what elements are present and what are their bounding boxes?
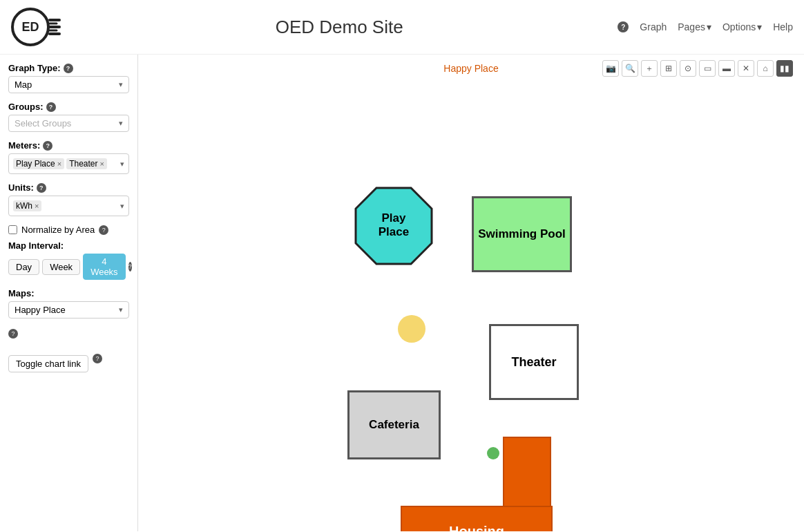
interval-help-icon[interactable]: ?: [128, 262, 132, 272]
toggle-row: Toggle chart link ?: [8, 344, 129, 372]
toolbar-plus[interactable]: ＋: [641, 60, 658, 77]
meters-label: Meters: ?: [8, 140, 129, 151]
svg-text:Play: Play: [382, 211, 407, 225]
toggle-help-icon[interactable]: ?: [93, 354, 102, 363]
meters-arrow[interactable]: ▾: [120, 160, 124, 169]
maps-label: Maps:: [8, 288, 129, 298]
map-title: Happy Place: [443, 63, 498, 74]
groups-arrow: ▾: [119, 119, 123, 128]
meters-help-icon[interactable]: ?: [43, 141, 52, 151]
svg-text:ED: ED: [21, 20, 39, 34]
map-toolbar: 📷 🔍 ＋ ⊞ ⊙ ▭ ▬ ✕ ⌂ ▮▮: [602, 60, 793, 77]
green-circle: [487, 447, 499, 459]
groups-select[interactable]: Select Groups ▾: [8, 115, 129, 132]
meter-tag-theater: Theater ×: [66, 158, 107, 169]
maps-help-icon[interactable]: ?: [8, 329, 18, 339]
maps-arrow: ▾: [119, 305, 123, 314]
meter-tag-play-place: Play Place ×: [13, 158, 64, 169]
graph-type-help-icon[interactable]: ?: [64, 64, 73, 73]
toolbar-rect2[interactable]: ▬: [718, 60, 735, 77]
graph-type-label: Graph Type: ?: [8, 63, 129, 73]
nav-pages[interactable]: Pages ▾: [678, 21, 711, 32]
normalize-help-icon[interactable]: ?: [99, 225, 108, 235]
nav-options[interactable]: Options ▾: [722, 21, 762, 32]
toolbar-lasso[interactable]: ⊙: [680, 60, 696, 77]
nav-links: ? Graph Pages ▾ Options ▾ Help: [618, 21, 793, 32]
meter-tag-play-place-close[interactable]: ×: [57, 160, 61, 168]
interval-4weeks[interactable]: 4 Weeks: [83, 254, 126, 280]
svg-text:Place: Place: [379, 225, 409, 238]
yellow-circle: [398, 315, 425, 343]
map-area: 📷 🔍 ＋ ⊞ ⊙ ▭ ▬ ✕ ⌂ ▮▮ Happy Place Play Pl…: [138, 55, 804, 531]
main-layout: Graph Type: ? Map ▾ Groups: ? Select Gro…: [0, 55, 804, 531]
toolbar-close[interactable]: ✕: [738, 60, 754, 77]
unit-tag-kwh-close[interactable]: ×: [35, 202, 39, 210]
map-canvas: Play Place Swimming Pool Theater Cafeter…: [138, 55, 804, 531]
logo: ED: [11, 6, 61, 48]
units-help-icon[interactable]: ?: [37, 183, 46, 193]
nav-help[interactable]: Help: [773, 21, 793, 32]
unit-tag-kwh: kWh ×: [13, 200, 41, 211]
toolbar-grid[interactable]: ⊞: [660, 60, 677, 77]
units-arrow[interactable]: ▾: [120, 202, 124, 211]
nav-graph[interactable]: Graph: [640, 21, 667, 32]
cafeteria[interactable]: Cafeteria: [347, 390, 441, 459]
toolbar-camera[interactable]: 📷: [602, 60, 619, 77]
graph-type-arrow: ▾: [119, 80, 123, 89]
logo-svg: ED: [11, 6, 61, 48]
housing-horizontal[interactable]: Housing: [401, 506, 553, 531]
normalize-checkbox-label[interactable]: Normalize by Area ?: [8, 225, 129, 235]
swimming-pool[interactable]: Swimming Pool: [472, 196, 572, 272]
graph-type-select[interactable]: Map ▾: [8, 76, 129, 93]
units-input[interactable]: kWh × ▾: [8, 196, 129, 216]
help-icon[interactable]: ?: [618, 21, 629, 32]
meter-tag-theater-close[interactable]: ×: [100, 160, 104, 168]
meters-input[interactable]: Play Place × Theater × ▾: [8, 153, 129, 174]
site-title: OED Demo Site: [276, 17, 403, 38]
maps-select[interactable]: Happy Place ▾: [8, 301, 129, 319]
groups-help-icon[interactable]: ?: [46, 102, 56, 112]
normalize-checkbox[interactable]: [8, 225, 17, 234]
toolbar-zoom[interactable]: 🔍: [622, 60, 638, 77]
map-interval-label: Map Interval:: [8, 240, 129, 251]
toggle-chart-button[interactable]: Toggle chart link: [8, 355, 88, 372]
groups-label: Groups: ?: [8, 102, 129, 112]
toolbar-chart[interactable]: ▮▮: [776, 60, 793, 77]
toolbar-rect1[interactable]: ▭: [699, 60, 716, 77]
interval-week[interactable]: Week: [42, 259, 80, 275]
play-place-svg[interactable]: Play Place: [352, 184, 435, 267]
interval-buttons: Day Week 4 Weeks ?: [8, 254, 129, 280]
theater[interactable]: Theater: [489, 324, 579, 400]
sidebar: Graph Type: ? Map ▾ Groups: ? Select Gro…: [0, 55, 138, 531]
toolbar-home[interactable]: ⌂: [757, 60, 774, 77]
units-label: Units: ?: [8, 182, 129, 193]
header: ED OED Demo Site ? Graph Pages ▾ Options…: [0, 0, 804, 55]
interval-day[interactable]: Day: [8, 259, 39, 275]
